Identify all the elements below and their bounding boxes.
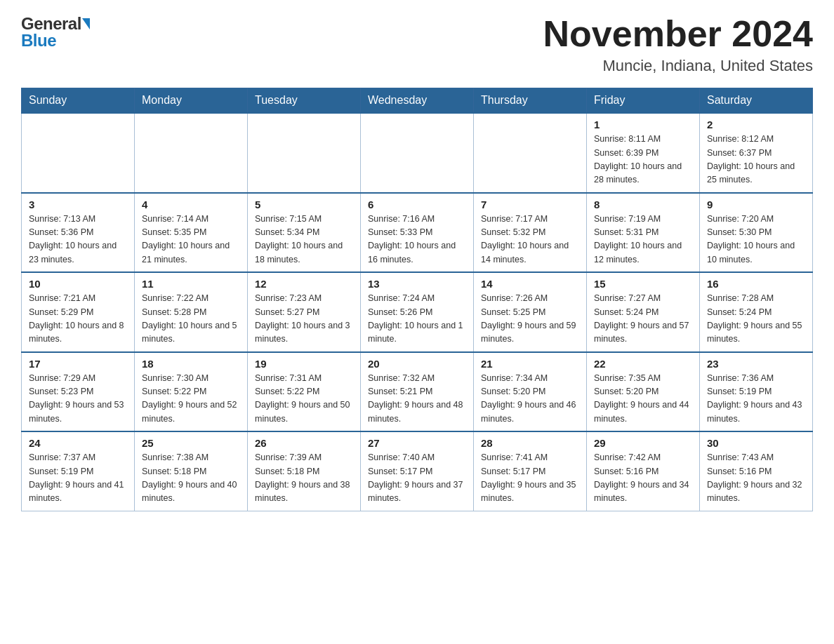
- day-info: Sunrise: 7:38 AM Sunset: 5:18 PM Dayligh…: [142, 451, 240, 506]
- calendar-cell: 20Sunrise: 7:32 AM Sunset: 5:21 PM Dayli…: [361, 352, 474, 432]
- day-number: 12: [255, 278, 353, 290]
- day-number: 14: [481, 278, 579, 290]
- day-number: 17: [29, 358, 127, 370]
- day-info: Sunrise: 7:43 AM Sunset: 5:16 PM Dayligh…: [707, 451, 805, 506]
- calendar-cell: 8Sunrise: 7:19 AM Sunset: 5:31 PM Daylig…: [587, 193, 700, 273]
- day-number: 16: [707, 278, 805, 290]
- day-number: 19: [255, 358, 353, 370]
- day-info: Sunrise: 7:34 AM Sunset: 5:20 PM Dayligh…: [481, 372, 579, 427]
- day-number: 25: [142, 437, 240, 449]
- day-info: Sunrise: 7:17 AM Sunset: 5:32 PM Dayligh…: [481, 213, 579, 267]
- day-info: Sunrise: 7:29 AM Sunset: 5:23 PM Dayligh…: [29, 372, 127, 427]
- calendar-cell: 27Sunrise: 7:40 AM Sunset: 5:17 PM Dayli…: [361, 431, 474, 511]
- logo-blue-text: Blue: [21, 31, 56, 51]
- day-info: Sunrise: 7:31 AM Sunset: 5:22 PM Dayligh…: [255, 372, 353, 427]
- calendar-header-wednesday: Wednesday: [361, 88, 474, 114]
- calendar-title: November 2024: [543, 14, 813, 54]
- day-info: Sunrise: 7:28 AM Sunset: 5:24 PM Dayligh…: [707, 292, 805, 347]
- day-number: 29: [594, 437, 692, 449]
- calendar-cell: 25Sunrise: 7:38 AM Sunset: 5:18 PM Dayli…: [135, 431, 248, 511]
- day-number: 13: [368, 278, 466, 290]
- day-info: Sunrise: 7:22 AM Sunset: 5:28 PM Dayligh…: [142, 292, 240, 347]
- day-info: Sunrise: 7:36 AM Sunset: 5:19 PM Dayligh…: [707, 372, 805, 427]
- day-number: 23: [707, 358, 805, 370]
- calendar-cell: [22, 113, 135, 193]
- day-number: 21: [481, 358, 579, 370]
- day-info: Sunrise: 7:19 AM Sunset: 5:31 PM Dayligh…: [594, 213, 692, 267]
- day-number: 22: [594, 358, 692, 370]
- day-number: 15: [594, 278, 692, 290]
- day-info: Sunrise: 7:35 AM Sunset: 5:20 PM Dayligh…: [594, 372, 692, 427]
- day-info: Sunrise: 7:40 AM Sunset: 5:17 PM Dayligh…: [368, 451, 466, 506]
- calendar-cell: 3Sunrise: 7:13 AM Sunset: 5:36 PM Daylig…: [22, 193, 135, 273]
- day-number: 2: [707, 119, 805, 130]
- week-row-0: 1Sunrise: 8:11 AM Sunset: 6:39 PM Daylig…: [22, 113, 813, 193]
- calendar-cell: [474, 113, 587, 193]
- calendar-cell: 4Sunrise: 7:14 AM Sunset: 5:35 PM Daylig…: [135, 193, 248, 273]
- day-number: 6: [368, 199, 466, 210]
- day-number: 3: [29, 199, 127, 210]
- day-info: Sunrise: 7:24 AM Sunset: 5:26 PM Dayligh…: [368, 292, 466, 347]
- calendar-cell: 26Sunrise: 7:39 AM Sunset: 5:18 PM Dayli…: [248, 431, 361, 511]
- title-area: November 2024 Muncie, Indiana, United St…: [543, 14, 813, 75]
- day-number: 20: [368, 358, 466, 370]
- day-info: Sunrise: 7:30 AM Sunset: 5:22 PM Dayligh…: [142, 372, 240, 427]
- calendar-header-sunday: Sunday: [22, 88, 135, 114]
- calendar-cell: [361, 113, 474, 193]
- week-row-2: 10Sunrise: 7:21 AM Sunset: 5:29 PM Dayli…: [22, 272, 813, 352]
- calendar-cell: 7Sunrise: 7:17 AM Sunset: 5:32 PM Daylig…: [474, 193, 587, 273]
- calendar-cell: 15Sunrise: 7:27 AM Sunset: 5:24 PM Dayli…: [587, 272, 700, 352]
- day-info: Sunrise: 7:21 AM Sunset: 5:29 PM Dayligh…: [29, 292, 127, 347]
- day-info: Sunrise: 7:41 AM Sunset: 5:17 PM Dayligh…: [481, 451, 579, 506]
- day-number: 30: [707, 437, 805, 449]
- calendar-cell: 17Sunrise: 7:29 AM Sunset: 5:23 PM Dayli…: [22, 352, 135, 432]
- calendar-cell: 21Sunrise: 7:34 AM Sunset: 5:20 PM Dayli…: [474, 352, 587, 432]
- calendar-header-thursday: Thursday: [474, 88, 587, 114]
- day-info: Sunrise: 7:13 AM Sunset: 5:36 PM Dayligh…: [29, 213, 127, 267]
- calendar-cell: 12Sunrise: 7:23 AM Sunset: 5:27 PM Dayli…: [248, 272, 361, 352]
- week-row-3: 17Sunrise: 7:29 AM Sunset: 5:23 PM Dayli…: [22, 352, 813, 432]
- day-number: 18: [142, 358, 240, 370]
- day-info: Sunrise: 7:37 AM Sunset: 5:19 PM Dayligh…: [29, 451, 127, 506]
- calendar-cell: 14Sunrise: 7:26 AM Sunset: 5:25 PM Dayli…: [474, 272, 587, 352]
- day-info: Sunrise: 7:39 AM Sunset: 5:18 PM Dayligh…: [255, 451, 353, 506]
- calendar-cell: [248, 113, 361, 193]
- day-info: Sunrise: 7:26 AM Sunset: 5:25 PM Dayligh…: [481, 292, 579, 347]
- day-number: 8: [594, 199, 692, 210]
- day-info: Sunrise: 8:11 AM Sunset: 6:39 PM Dayligh…: [594, 133, 692, 187]
- page-header: General Blue November 2024 Muncie, India…: [21, 14, 813, 75]
- calendar-cell: 18Sunrise: 7:30 AM Sunset: 5:22 PM Dayli…: [135, 352, 248, 432]
- day-info: Sunrise: 7:20 AM Sunset: 5:30 PM Dayligh…: [707, 213, 805, 267]
- day-info: Sunrise: 8:12 AM Sunset: 6:37 PM Dayligh…: [707, 133, 805, 187]
- day-number: 1: [594, 119, 692, 130]
- calendar-cell: 23Sunrise: 7:36 AM Sunset: 5:19 PM Dayli…: [700, 352, 813, 432]
- day-info: Sunrise: 7:42 AM Sunset: 5:16 PM Dayligh…: [594, 451, 692, 506]
- day-number: 27: [368, 437, 466, 449]
- calendar-cell: 19Sunrise: 7:31 AM Sunset: 5:22 PM Dayli…: [248, 352, 361, 432]
- calendar-header-row: SundayMondayTuesdayWednesdayThursdayFrid…: [22, 88, 813, 114]
- day-number: 26: [255, 437, 353, 449]
- calendar-cell: 1Sunrise: 8:11 AM Sunset: 6:39 PM Daylig…: [587, 113, 700, 193]
- calendar-cell: 6Sunrise: 7:16 AM Sunset: 5:33 PM Daylig…: [361, 193, 474, 273]
- calendar-cell: 24Sunrise: 7:37 AM Sunset: 5:19 PM Dayli…: [22, 431, 135, 511]
- calendar-header-saturday: Saturday: [700, 88, 813, 114]
- calendar-cell: 5Sunrise: 7:15 AM Sunset: 5:34 PM Daylig…: [248, 193, 361, 273]
- calendar-cell: 28Sunrise: 7:41 AM Sunset: 5:17 PM Dayli…: [474, 431, 587, 511]
- day-info: Sunrise: 7:27 AM Sunset: 5:24 PM Dayligh…: [594, 292, 692, 347]
- day-number: 5: [255, 199, 353, 210]
- calendar-cell: 9Sunrise: 7:20 AM Sunset: 5:30 PM Daylig…: [700, 193, 813, 273]
- day-info: Sunrise: 7:14 AM Sunset: 5:35 PM Dayligh…: [142, 213, 240, 267]
- calendar-cell: 13Sunrise: 7:24 AM Sunset: 5:26 PM Dayli…: [361, 272, 474, 352]
- day-number: 28: [481, 437, 579, 449]
- calendar-cell: 30Sunrise: 7:43 AM Sunset: 5:16 PM Dayli…: [700, 431, 813, 511]
- day-number: 9: [707, 199, 805, 210]
- day-number: 7: [481, 199, 579, 210]
- calendar-cell: 16Sunrise: 7:28 AM Sunset: 5:24 PM Dayli…: [700, 272, 813, 352]
- calendar-cell: [135, 113, 248, 193]
- day-info: Sunrise: 7:15 AM Sunset: 5:34 PM Dayligh…: [255, 213, 353, 267]
- calendar-cell: 22Sunrise: 7:35 AM Sunset: 5:20 PM Dayli…: [587, 352, 700, 432]
- calendar-header-monday: Monday: [135, 88, 248, 114]
- day-info: Sunrise: 7:23 AM Sunset: 5:27 PM Dayligh…: [255, 292, 353, 347]
- day-number: 10: [29, 278, 127, 290]
- logo-triangle-icon: [82, 18, 90, 29]
